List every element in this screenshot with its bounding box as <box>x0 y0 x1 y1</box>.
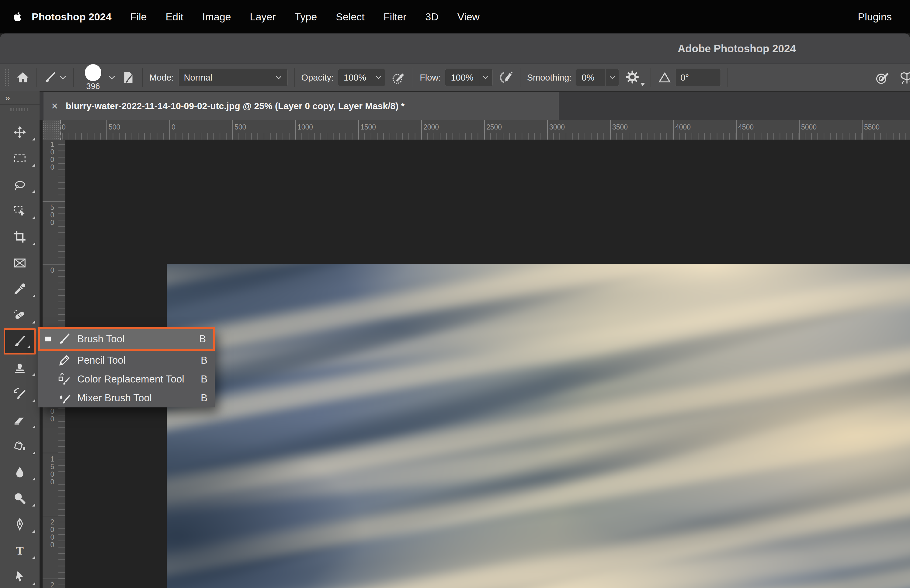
menu-item-image[interactable]: Image <box>202 11 231 23</box>
tool-history-brush[interactable] <box>0 381 40 407</box>
ruler-label: 500 <box>234 123 246 131</box>
tool-object-selection[interactable] <box>0 198 40 224</box>
tool-flyout-indicator <box>32 399 35 402</box>
flyout-item-label: Brush Tool <box>77 333 124 345</box>
brush-picker-chevron-icon[interactable] <box>108 75 116 80</box>
flyout-item-shortcut: B <box>199 333 206 345</box>
ruler-label: 3500 <box>612 123 628 131</box>
tool-preset-brush-icon[interactable] <box>44 71 57 84</box>
opacity-value: 100% <box>338 69 372 86</box>
ruler-origin-corner[interactable] <box>43 120 61 140</box>
home-icon[interactable] <box>16 71 30 84</box>
current-tool-indicator <box>45 337 51 341</box>
tool-flyout-indicator <box>32 477 35 480</box>
tools-panel-grip[interactable] <box>10 108 29 111</box>
flyout-item-pencil-tool[interactable]: Pencil Tool B <box>38 351 215 370</box>
tool-flyout-indicator <box>32 216 35 219</box>
window-title: Adobe Photoshop 2024 <box>678 42 796 55</box>
menu-item-type[interactable]: Type <box>295 11 317 23</box>
brush-angle-field[interactable]: 0° <box>675 69 721 86</box>
options-bar: 396 Mode: Normal Opacity: 100% Flow: 100… <box>0 64 910 92</box>
options-bar-grip[interactable] <box>5 69 9 86</box>
tool-path-selection[interactable] <box>0 564 40 588</box>
menu-item-edit[interactable]: Edit <box>165 11 183 23</box>
tool-eyedropper[interactable] <box>0 276 40 302</box>
flyout-item-mixer-brush-tool[interactable]: Mixer Brush Tool B <box>38 389 215 407</box>
smoothing-options-gear-icon[interactable] <box>624 69 640 86</box>
paint-symmetry-butterfly-icon[interactable] <box>900 71 910 86</box>
tab-bar: × blurry-water-2022-11-14-10-09-02-utc.j… <box>40 92 910 120</box>
opacity-field[interactable]: 100% <box>338 69 385 86</box>
menu-item-view[interactable]: View <box>457 11 480 23</box>
menu-item-file[interactable]: File <box>130 11 147 23</box>
menu-item-layer[interactable]: Layer <box>250 11 276 23</box>
blend-mode-select[interactable]: Normal <box>178 69 288 86</box>
flow-field[interactable]: 100% <box>445 69 492 86</box>
ruler-label: 3000 <box>549 123 565 131</box>
flow-chevron-icon[interactable] <box>479 69 492 86</box>
brush-icon <box>58 332 71 346</box>
flyout-item-shortcut: B <box>201 392 207 404</box>
menu-item-select[interactable]: Select <box>336 11 365 23</box>
horizontal-ruler[interactable]: 0 500 0 500 1000 1500 2000 2500 3000 350… <box>43 120 910 140</box>
ruler-label: 2500 <box>487 123 502 131</box>
window-title-bar: Adobe Photoshop 2024 <box>0 34 910 64</box>
ruler-label: 4000 <box>675 123 691 131</box>
tool-paint-bucket[interactable] <box>0 433 40 459</box>
tab-title: blurry-water-2022-11-14-10-09-02-utc.jpg… <box>66 101 404 111</box>
water-photo <box>166 264 910 588</box>
pencil-icon <box>58 354 71 367</box>
pressure-opacity-icon[interactable] <box>391 70 406 85</box>
tool-flyout-indicator <box>27 345 30 348</box>
tool-eraser[interactable] <box>0 407 40 433</box>
smoothing-field[interactable]: 0% <box>576 69 619 86</box>
menu-item-plugins[interactable]: Plugins <box>858 11 892 23</box>
tool-dodge[interactable] <box>0 485 40 511</box>
tool-move[interactable] <box>0 119 40 145</box>
document-tab[interactable]: × blurry-water-2022-11-14-10-09-02-utc.j… <box>44 92 559 120</box>
tool-crop[interactable] <box>0 224 40 250</box>
ruler-label: 0 <box>171 123 176 131</box>
double-chevron-icon: » <box>5 93 11 103</box>
ruler-label: 1500 <box>48 455 56 486</box>
tool-preset-chevron-icon[interactable] <box>59 75 66 80</box>
ruler-label: 0 <box>48 267 56 274</box>
document-image-blurry-water[interactable] <box>166 264 910 588</box>
blend-mode-value: Normal <box>184 73 275 83</box>
tool-pen[interactable] <box>0 511 40 538</box>
tool-flyout-indicator <box>32 504 35 507</box>
tool-blur[interactable] <box>0 459 40 485</box>
flow-value: 100% <box>445 69 479 86</box>
airbrush-icon[interactable] <box>499 70 513 85</box>
flyout-item-shortcut: B <box>201 354 207 366</box>
tool-clone-stamp[interactable] <box>0 354 40 381</box>
brush-size-value: 396 <box>86 82 100 91</box>
menu-item-3d[interactable]: 3D <box>425 11 438 23</box>
brush-preset-picker[interactable]: 396 <box>80 64 106 91</box>
mode-label: Mode: <box>149 73 174 83</box>
pressure-size-icon[interactable] <box>875 71 890 85</box>
tools-panel-collapse[interactable]: » <box>0 91 40 105</box>
menu-app-name[interactable]: Photoshop 2024 <box>32 11 112 23</box>
flyout-item-color-replacement-tool[interactable]: Color Replacement Tool B <box>38 370 215 389</box>
ruler-label: 500 <box>48 204 56 226</box>
smoothing-chevron-icon[interactable] <box>605 69 619 86</box>
flyout-item-label: Pencil Tool <box>77 354 126 366</box>
tool-rectangular-marquee[interactable] <box>0 145 40 171</box>
brush-settings-panel-icon[interactable] <box>121 70 136 85</box>
flyout-item-brush-tool[interactable]: Brush Tool B <box>38 327 215 351</box>
mixer-brush-icon <box>58 391 71 405</box>
flyout-item-label: Color Replacement Tool <box>77 373 184 385</box>
ruler-label: 1000 <box>48 141 56 171</box>
ruler-label: 0 <box>62 123 66 131</box>
menu-item-filter[interactable]: Filter <box>383 11 407 23</box>
tool-frame[interactable] <box>0 250 40 276</box>
opacity-chevron-icon[interactable] <box>372 69 385 86</box>
tab-close-icon[interactable]: × <box>52 100 58 113</box>
tool-brush[interactable] <box>4 328 36 354</box>
tools-panel: » <box>0 91 40 588</box>
apple-logo-icon[interactable] <box>12 11 23 22</box>
tool-spot-healing-brush[interactable] <box>0 302 40 328</box>
tool-type[interactable]: T <box>0 538 40 564</box>
tool-lasso[interactable] <box>0 171 40 198</box>
